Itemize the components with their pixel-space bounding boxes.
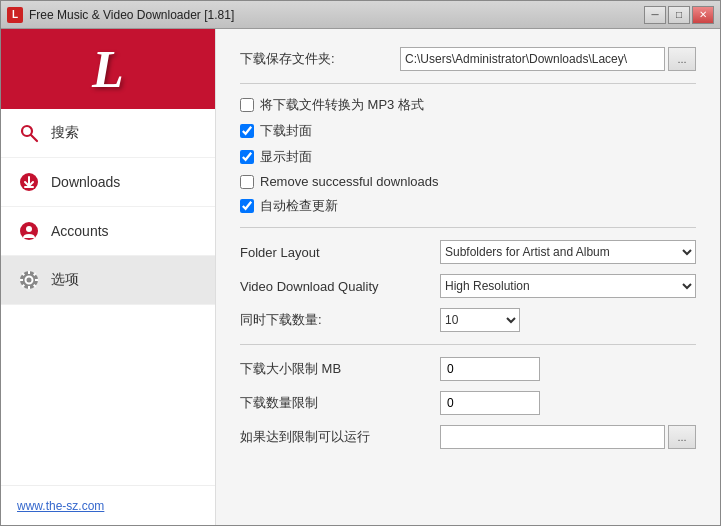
website-link[interactable]: www.the-sz.com [17,499,104,513]
sidebar-item-search[interactable]: 搜索 [1,109,215,158]
size-limit-input[interactable] [440,357,540,381]
folder-path-input[interactable] [400,47,665,71]
download-cover-checkbox[interactable] [240,124,254,138]
app-window: L Free Music & Video Downloader [1.81] ─… [0,0,721,526]
run-limit-row: 如果达到限制可以运行 ... [240,425,696,449]
svg-line-1 [31,135,37,141]
folder-layout-row: Folder Layout Subfolders for Artist and … [240,240,696,264]
video-quality-select[interactable]: High Resolution Medium Resolution Low Re… [440,274,696,298]
concurrent-label: 同时下载数量: [240,311,440,329]
count-limit-row: 下载数量限制 [240,391,696,415]
checkbox-convert-mp3: 将下载文件转换为 MP3 格式 [240,96,696,114]
auto-update-checkbox[interactable] [240,199,254,213]
downloads-label: Downloads [51,174,120,190]
count-limit-label: 下载数量限制 [240,394,440,412]
remove-successful-label: Remove successful downloads [260,174,438,189]
run-limit-input[interactable] [440,425,665,449]
concurrent-row: 同时下载数量: 1234 5678 9101520 [240,308,696,332]
minimize-button[interactable]: ─ [644,6,666,24]
run-browse-button[interactable]: ... [668,425,696,449]
size-limit-row: 下载大小限制 MB [240,357,696,381]
sidebar-item-downloads[interactable]: Downloads [1,158,215,207]
logo-letter: L [92,40,124,99]
checkbox-remove-successful: Remove successful downloads [240,174,696,189]
options-panel: 下载保存文件夹: ... 将下载文件转换为 MP3 格式 下载封面 显示封面 R… [216,29,720,525]
sidebar-logo: L [1,29,215,109]
close-button[interactable]: ✕ [692,6,714,24]
download-cover-label: 下载封面 [260,122,312,140]
run-limit-label: 如果达到限制可以运行 [240,428,440,446]
main-content: L 搜索 [1,29,720,525]
convert-mp3-label: 将下载文件转换为 MP3 格式 [260,96,424,114]
folder-label: 下载保存文件夹: [240,50,400,68]
app-icon: L [7,7,23,23]
size-limit-label: 下载大小限制 MB [240,360,440,378]
maximize-button[interactable]: □ [668,6,690,24]
divider-1 [240,83,696,84]
checkbox-download-cover: 下载封面 [240,122,696,140]
sidebar-footer: www.the-sz.com [1,485,215,525]
video-quality-row: Video Download Quality High Resolution M… [240,274,696,298]
convert-mp3-checkbox[interactable] [240,98,254,112]
folder-browse-button[interactable]: ... [668,47,696,71]
folder-row: 下载保存文件夹: ... [240,47,696,71]
remove-successful-checkbox[interactable] [240,175,254,189]
title-bar: L Free Music & Video Downloader [1.81] ─… [1,1,720,29]
checkbox-auto-update: 自动检查更新 [240,197,696,215]
sidebar-item-options[interactable]: 选项 [1,256,215,305]
video-quality-label: Video Download Quality [240,279,440,294]
options-label: 选项 [51,271,79,289]
download-icon [17,170,41,194]
divider-3 [240,344,696,345]
account-icon [17,219,41,243]
search-label: 搜索 [51,124,79,142]
svg-point-6 [26,226,32,232]
folder-layout-select[interactable]: Subfolders for Artist and Album Flat Art… [440,240,696,264]
show-cover-checkbox[interactable] [240,150,254,164]
count-limit-input[interactable] [440,391,540,415]
accounts-label: Accounts [51,223,109,239]
auto-update-label: 自动检查更新 [260,197,338,215]
checkbox-show-cover: 显示封面 [240,148,696,166]
window-title: Free Music & Video Downloader [1.81] [29,8,644,22]
divider-2 [240,227,696,228]
search-icon [17,121,41,145]
options-icon [17,268,41,292]
show-cover-label: 显示封面 [260,148,312,166]
sidebar: L 搜索 [1,29,216,525]
concurrent-select[interactable]: 1234 5678 9101520 [440,308,520,332]
folder-layout-label: Folder Layout [240,245,440,260]
window-controls: ─ □ ✕ [644,6,714,24]
sidebar-item-accounts[interactable]: Accounts [1,207,215,256]
